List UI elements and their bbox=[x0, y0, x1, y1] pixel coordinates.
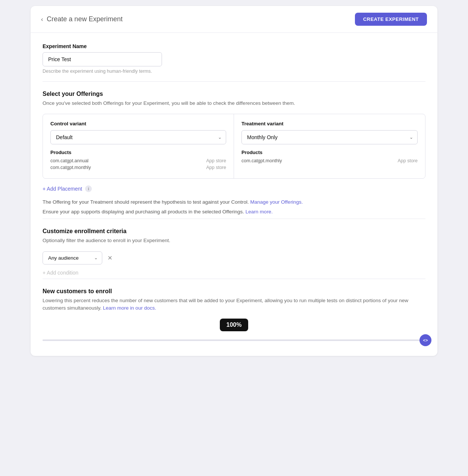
audience-row: Any audience New users Existing users ⌄ … bbox=[43, 251, 425, 264]
add-condition-row[interactable]: + Add condition bbox=[43, 270, 425, 276]
offerings-section: Select your Offerings Once you've select… bbox=[43, 81, 425, 216]
back-arrow-icon[interactable]: ‹ bbox=[41, 16, 43, 23]
treatment-variant-col: Treatment variant Monthly Only ⌄ Product… bbox=[234, 114, 425, 178]
control-products-label: Products bbox=[50, 150, 226, 155]
create-experiment-button[interactable]: CREATE EXPERIMENT bbox=[355, 13, 427, 26]
manage-offerings-link[interactable]: Manage your Offerings. bbox=[250, 199, 303, 205]
control-product-row-2: com.catgpt.monthly App store bbox=[50, 165, 226, 170]
clear-audience-button[interactable]: ✕ bbox=[106, 253, 114, 263]
enrollment-section-desc: Optionally filter the audience to enroll… bbox=[43, 237, 425, 244]
treatment-product-store-1: App store bbox=[397, 158, 418, 163]
enrollment-section-title: Customize enrollment criteria bbox=[43, 228, 425, 235]
offerings-section-title: Select your Offerings bbox=[43, 91, 425, 97]
slider-thumb[interactable]: <> bbox=[419, 334, 431, 346]
add-placement-row: + Add Placement i bbox=[43, 185, 425, 192]
learn-more-link[interactable]: Learn more. bbox=[246, 209, 273, 214]
slider-tooltip: 100% bbox=[220, 319, 249, 331]
info-icon[interactable]: i bbox=[85, 185, 92, 192]
new-customers-learn-more-link[interactable]: Learn more in our docs. bbox=[103, 305, 156, 311]
control-variant-select[interactable]: Default bbox=[50, 130, 226, 144]
slider-track: <> bbox=[43, 339, 425, 341]
page-container: ‹ Create a new Experiment CREATE EXPERIM… bbox=[31, 6, 437, 356]
experiment-name-section: Experiment Name Describe the experiment … bbox=[43, 43, 425, 74]
treatment-variant-select[interactable]: Monthly Only bbox=[241, 130, 418, 144]
offering-info-text-1: The Offering for your Treatment should r… bbox=[43, 198, 425, 206]
offerings-section-desc: Once you've selected both Offerings for … bbox=[43, 100, 425, 107]
control-product-store-1: App store bbox=[206, 158, 226, 163]
experiment-name-label: Experiment Name bbox=[43, 43, 425, 49]
treatment-products-label: Products bbox=[241, 150, 418, 155]
enrollment-section: Customize enrollment criteria Optionally… bbox=[43, 219, 425, 275]
page-title: Create a new Experiment bbox=[47, 15, 122, 23]
slider-area: 100% <> bbox=[43, 319, 425, 345]
control-product-id-2: com.catgpt.monthly bbox=[50, 165, 91, 170]
experiment-name-input[interactable] bbox=[43, 52, 162, 66]
control-product-id-1: com.catgpt.annual bbox=[50, 158, 88, 163]
slider-fill bbox=[43, 339, 425, 341]
new-customers-desc: Lowering this percent reduces the number… bbox=[43, 297, 425, 312]
add-placement-link[interactable]: + Add Placement bbox=[43, 186, 82, 192]
new-customers-section: New customers to enroll Lowering this pe… bbox=[43, 279, 425, 346]
control-variant-select-wrapper: Default ⌄ bbox=[50, 130, 226, 144]
header-left: ‹ Create a new Experiment bbox=[41, 15, 122, 23]
slider-container: <> bbox=[43, 335, 425, 345]
offering-info-text-2: Ensure your app supports displaying and … bbox=[43, 208, 425, 216]
header: ‹ Create a new Experiment CREATE EXPERIM… bbox=[31, 6, 437, 33]
audience-select[interactable]: Any audience New users Existing users bbox=[43, 251, 102, 264]
control-variant-label: Control variant bbox=[50, 121, 226, 126]
audience-select-wrapper: Any audience New users Existing users ⌄ bbox=[43, 251, 102, 264]
offerings-grid: Control variant Default ⌄ Products com.c… bbox=[43, 114, 425, 179]
treatment-product-id-1: com.catgpt.monthly bbox=[241, 158, 282, 163]
new-customers-title: New customers to enroll bbox=[43, 288, 425, 295]
control-variant-col: Control variant Default ⌄ Products com.c… bbox=[43, 114, 234, 178]
control-product-row-1: com.catgpt.annual App store bbox=[50, 158, 226, 163]
experiment-name-hint: Describe the experiment using human-frie… bbox=[43, 69, 425, 74]
treatment-variant-select-wrapper: Monthly Only ⌄ bbox=[241, 130, 418, 144]
treatment-product-row-1: com.catgpt.monthly App store bbox=[241, 158, 418, 163]
add-condition-label: + Add condition bbox=[43, 270, 78, 276]
control-product-store-2: App store bbox=[206, 165, 226, 170]
slider-thumb-wrapper: <> bbox=[419, 334, 431, 346]
treatment-variant-label: Treatment variant bbox=[241, 121, 418, 126]
main-content: Experiment Name Describe the experiment … bbox=[31, 33, 437, 356]
